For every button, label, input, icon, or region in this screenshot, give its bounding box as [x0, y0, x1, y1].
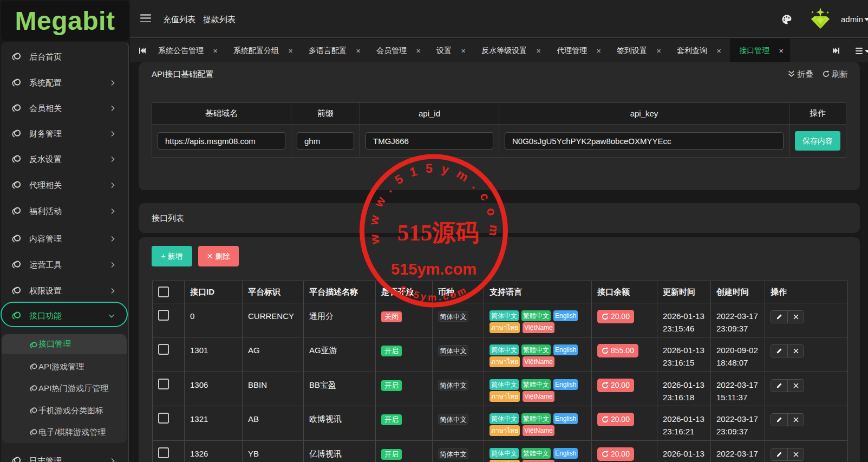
svg-text:515源码: 515源码: [397, 220, 479, 245]
svg-text:515ym.com: 515ym.com: [391, 261, 477, 278]
